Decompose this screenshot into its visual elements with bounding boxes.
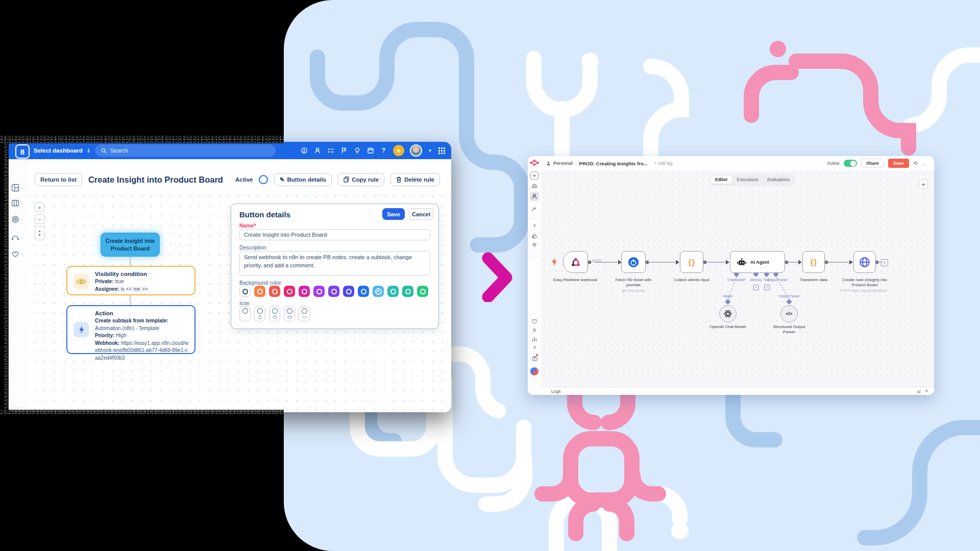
help-icon[interactable]: ? bbox=[528, 223, 541, 229]
node-openai-chat-model[interactable] bbox=[719, 305, 737, 322]
home-icon[interactable] bbox=[528, 183, 541, 189]
help-icon[interactable]: ? bbox=[380, 147, 387, 155]
color-swatch[interactable] bbox=[417, 286, 428, 297]
logs-bar[interactable]: Logs ▤ ^ bbox=[541, 387, 934, 395]
add-tag-button[interactable]: + Add tag bbox=[654, 161, 673, 166]
zoom-out-button[interactable]: − bbox=[35, 214, 44, 224]
pan-updown-button[interactable]: ▲▼ bbox=[35, 226, 44, 240]
icon-option-mail[interactable] bbox=[284, 306, 295, 321]
code-braces-icon: { } bbox=[811, 258, 817, 266]
icon-option-bag[interactable] bbox=[254, 306, 265, 321]
sub-node-label: OpenAI Chat Model bbox=[705, 324, 751, 330]
community-cat-icon[interactable] bbox=[528, 318, 541, 324]
whats-new-gift-icon[interactable] bbox=[528, 354, 541, 363]
ai-assistant-icon[interactable] bbox=[300, 147, 308, 155]
lightbulb-icon[interactable] bbox=[353, 147, 361, 155]
flow-start-node[interactable]: Create Insight into Product Board bbox=[101, 233, 160, 257]
sidebar-item-personal[interactable] bbox=[530, 192, 539, 201]
tab-executions[interactable]: Executions bbox=[733, 176, 763, 184]
zoom-in-button[interactable]: + bbox=[35, 203, 44, 212]
color-swatch[interactable] bbox=[328, 286, 339, 297]
rule-active-toggle[interactable] bbox=[259, 175, 267, 184]
color-swatch[interactable] bbox=[299, 286, 310, 297]
sidebar-target-icon[interactable] bbox=[11, 215, 19, 223]
collapse-chevron-icon[interactable]: ^ bbox=[925, 389, 928, 394]
sidebar-sprint-icon[interactable] bbox=[11, 233, 19, 241]
flag-icon[interactable] bbox=[340, 147, 348, 155]
checklist-icon[interactable] bbox=[327, 147, 334, 155]
apps-grid-icon[interactable] bbox=[438, 147, 445, 154]
cancel-button[interactable]: Cancel bbox=[409, 208, 433, 220]
globe-icon[interactable]: ⊕ bbox=[528, 242, 541, 247]
chevron-down-icon[interactable]: ▼ bbox=[428, 147, 432, 155]
color-swatch-selected[interactable] bbox=[373, 286, 384, 297]
workflow-title[interactable]: PROD: Creating Insights fro... bbox=[579, 161, 648, 166]
icon-option-calendar[interactable] bbox=[269, 306, 280, 321]
save-button[interactable]: Save bbox=[382, 208, 405, 220]
user-avatar[interactable] bbox=[530, 367, 538, 375]
delete-rule-button[interactable]: Delete rule bbox=[390, 173, 440, 186]
button-details-button[interactable]: ✎Button details bbox=[274, 173, 332, 186]
node-fetch-hd-ticket[interactable] bbox=[621, 251, 646, 273]
share-arrow-icon[interactable] bbox=[528, 206, 541, 212]
person-icon[interactable] bbox=[313, 147, 321, 155]
divider bbox=[10, 407, 22, 408]
chart-icon[interactable] bbox=[528, 336, 541, 342]
save-button[interactable]: Save bbox=[888, 159, 909, 168]
icon-option-none[interactable] bbox=[239, 306, 251, 321]
node-create-note-productboard[interactable] bbox=[853, 251, 876, 273]
color-swatch[interactable] bbox=[313, 286, 325, 297]
description-field[interactable]: Send webhook to n8n to create PB notes, … bbox=[239, 251, 430, 276]
new-workflow-button[interactable]: + bbox=[530, 171, 538, 180]
name-field[interactable] bbox=[239, 229, 430, 240]
sidebar-boards-icon[interactable] bbox=[11, 199, 19, 207]
copy-rule-button[interactable]: Copy rule bbox=[338, 173, 384, 186]
color-swatch[interactable] bbox=[358, 286, 369, 297]
share-button[interactable]: Share bbox=[861, 159, 884, 168]
color-swatch[interactable] bbox=[387, 286, 399, 297]
node-collect-clients-input[interactable]: { } bbox=[680, 251, 703, 273]
color-swatch[interactable] bbox=[269, 286, 280, 297]
add-memory-button[interactable]: + bbox=[753, 285, 759, 290]
n8n-canvas[interactable]: POST Easy Redmine webhook Fetch HD ticke… bbox=[541, 170, 934, 387]
return-to-list-button[interactable]: Return to list bbox=[35, 173, 82, 186]
color-swatch[interactable] bbox=[402, 286, 413, 297]
help-icon[interactable]: ? bbox=[528, 345, 541, 350]
color-swatch[interactable] bbox=[284, 286, 295, 297]
trash-icon bbox=[396, 177, 402, 183]
rule-canvas[interactable]: + − ▲▼ Create Insight into Product Board… bbox=[26, 195, 451, 412]
add-node-button[interactable]: + bbox=[919, 180, 928, 189]
history-icon[interactable]: ⟲ bbox=[913, 160, 918, 167]
visibility-condition-card[interactable]: Visibility condition Privatetrue Assigne… bbox=[66, 266, 195, 295]
workflow-active-toggle[interactable] bbox=[844, 160, 857, 167]
icon-option-heart[interactable] bbox=[299, 306, 310, 321]
add-node-endpoint[interactable]: + bbox=[881, 259, 888, 266]
n8n-header: Personal / PROD: Creating Insights fro..… bbox=[541, 156, 934, 170]
more-menu-icon[interactable]: … bbox=[922, 160, 928, 166]
copy-icon bbox=[344, 177, 349, 183]
dashboard-selector[interactable]: Select dashboard ▲▼ bbox=[34, 142, 90, 159]
user-avatar[interactable] bbox=[410, 144, 422, 157]
x-social-icon[interactable]: X bbox=[528, 328, 541, 333]
noise-artifact bbox=[0, 410, 284, 414]
sidebar-favorites-heart-icon[interactable] bbox=[11, 250, 19, 258]
node-ai-agent[interactable]: AI Agent bbox=[730, 251, 785, 273]
tab-editor[interactable]: Editor bbox=[711, 176, 732, 184]
breadcrumb-owner[interactable]: Personal bbox=[553, 161, 573, 166]
calendar-icon[interactable] bbox=[366, 147, 374, 155]
description-label: Description bbox=[239, 244, 266, 251]
tab-evaluations[interactable]: Evaluations bbox=[763, 176, 794, 184]
node-transform-data[interactable]: { } bbox=[802, 251, 825, 273]
search-input[interactable]: Search bbox=[95, 144, 276, 157]
action-card[interactable]: Action Create subtask from templateAutom… bbox=[66, 305, 195, 354]
sidebar-dashboard-icon[interactable] bbox=[11, 184, 19, 192]
action-row: PriorityHigh bbox=[95, 332, 190, 340]
quick-add-button[interactable]: + bbox=[393, 145, 404, 156]
add-tool-button[interactable]: + bbox=[764, 285, 770, 290]
thumbs-up-icon[interactable] bbox=[528, 233, 541, 239]
node-structured-output-parser[interactable]: </> bbox=[780, 305, 798, 322]
color-swatch[interactable] bbox=[343, 286, 354, 297]
color-swatch-none[interactable] bbox=[239, 286, 251, 297]
node-easy-redmine-webhook[interactable] bbox=[563, 251, 588, 273]
color-swatch[interactable] bbox=[254, 286, 265, 297]
